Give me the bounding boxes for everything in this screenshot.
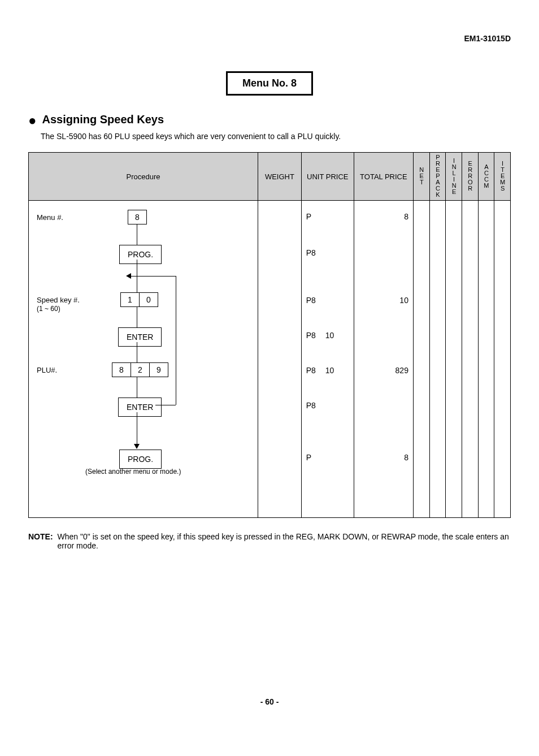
label-menu-no: Menu #. xyxy=(37,213,63,222)
intro-text: The SL-5900 has 60 PLU speed keys which … xyxy=(41,132,511,141)
key-prog-final: PROG. xyxy=(119,450,162,469)
unit-price-cell: P P8 P8 P8 10 P8 10 P8 P xyxy=(301,201,354,518)
key-8: 8 xyxy=(128,210,147,224)
procedure-table: Procedure WEIGHT UNIT PRICE TOTAL PRICE … xyxy=(28,152,511,518)
label-speed-key-range: (1 ~ 60) xyxy=(37,305,60,313)
section-heading: ●Assigning Speed Keys xyxy=(28,113,511,128)
inline-cell xyxy=(446,201,462,518)
label-plu-no: PLU#. xyxy=(37,366,57,374)
key-prog: PROG. xyxy=(119,245,162,264)
key-enter-2: ENTER xyxy=(118,398,162,417)
prepack-cell xyxy=(429,201,446,518)
error-cell xyxy=(462,201,478,518)
header-items: ITEMS xyxy=(494,153,511,201)
label-speed-key: Speed key #. xyxy=(37,296,80,304)
key-9: 9 xyxy=(150,362,168,377)
total-price-cell: 8 10 829 8 xyxy=(354,201,413,518)
header-prepack: PREPACK xyxy=(429,153,446,201)
weight-cell xyxy=(258,201,301,518)
select-note: (Select another menu or mode.) xyxy=(85,468,181,476)
header-procedure: Procedure xyxy=(29,153,258,201)
bullet-icon: ● xyxy=(28,113,37,128)
note-label: NOTE: xyxy=(28,532,53,550)
header-unit-price: UNIT PRICE xyxy=(301,153,354,201)
key-0: 0 xyxy=(140,292,158,307)
key-enter-1: ENTER xyxy=(118,327,162,347)
header-total-price: TOTAL PRICE xyxy=(354,153,413,201)
key-1: 1 xyxy=(120,292,140,307)
procedure-cell: Menu #. 8 PROG. Speed key #. (1 ~ xyxy=(29,201,258,518)
page-number: - 60 - xyxy=(28,697,511,706)
header-weight: WEIGHT xyxy=(258,153,301,201)
key-8b: 8 xyxy=(112,362,131,377)
net-cell xyxy=(413,201,429,518)
header-inline: INLINE xyxy=(446,153,462,201)
key-2: 2 xyxy=(131,362,150,377)
document-id: EM1-31015D xyxy=(28,34,511,43)
accm-cell xyxy=(478,201,494,518)
header-net: NET xyxy=(413,153,429,201)
header-error: ERROR xyxy=(462,153,478,201)
section-title-text: Assigning Speed Keys xyxy=(42,113,164,126)
note-text: When "0" is set on the speed key, if thi… xyxy=(58,532,511,550)
note-block: NOTE: When "0" is set on the speed key, … xyxy=(28,532,511,550)
menu-number-box: Menu No. 8 xyxy=(226,71,313,96)
items-cell xyxy=(494,201,511,518)
header-accm: ACCM xyxy=(478,153,494,201)
